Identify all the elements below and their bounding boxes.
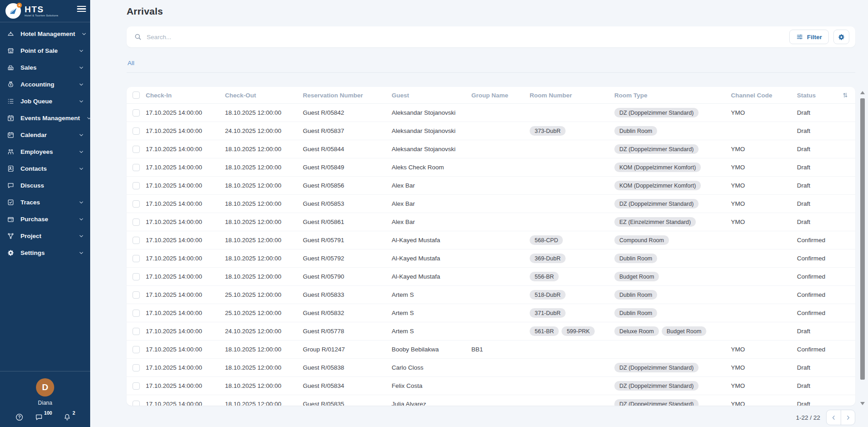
- row-checkbox[interactable]: [133, 401, 140, 406]
- sidebar-item-contacts[interactable]: Contacts: [0, 160, 90, 177]
- column-header-channel-code[interactable]: Channel Code: [731, 92, 797, 99]
- scrollbar-thumb[interactable]: [860, 98, 865, 380]
- sidebar-item-traces[interactable]: Traces: [0, 194, 90, 211]
- cell-channel-code: YMO: [731, 109, 797, 116]
- room-number-pill: 373-DubR: [530, 126, 566, 136]
- sidebar-item-job-queue[interactable]: Job Queue: [0, 93, 90, 110]
- table-row[interactable]: 17.10.2025 14:00:0024.10.2025 12:00:00Gu…: [127, 122, 855, 140]
- row-checkbox[interactable]: [133, 109, 140, 117]
- row-checkbox[interactable]: [133, 200, 140, 208]
- table-row[interactable]: 17.10.2025 14:00:0018.10.2025 12:00:00Gu…: [127, 195, 855, 213]
- table-scrollbar[interactable]: [860, 91, 865, 405]
- cell-status: Draft: [797, 146, 837, 152]
- column-header-group-name[interactable]: Group Name: [471, 92, 530, 99]
- row-checkbox[interactable]: [133, 291, 140, 299]
- cell-channel-code: YMO: [731, 182, 797, 189]
- sidebar-item-purchase[interactable]: Purchase: [0, 211, 90, 228]
- column-settings-icon[interactable]: [837, 92, 855, 99]
- row-checkbox[interactable]: [133, 382, 140, 390]
- logo-plus-badge: +: [17, 3, 22, 8]
- list-icon: [6, 97, 15, 106]
- cell-check-in: 17.10.2025 14:00:00: [146, 182, 225, 189]
- table-row[interactable]: 17.10.2025 14:00:0018.10.2025 12:00:00Gu…: [127, 268, 855, 286]
- sidebar-item-discuss[interactable]: Discuss: [0, 177, 90, 194]
- table-row[interactable]: 17.10.2025 14:00:0024.10.2025 12:00:00Gu…: [127, 322, 855, 341]
- main-content: Arrivals Filter All Check-In C: [90, 0, 868, 427]
- cell-status: Draft: [797, 109, 837, 116]
- select-all-checkbox[interactable]: [133, 92, 140, 99]
- sidebar-item-label: Sales: [20, 64, 72, 71]
- table-row[interactable]: 17.10.2025 14:00:0025.10.2025 12:00:00Gu…: [127, 286, 855, 304]
- contact-card-icon: [6, 165, 15, 173]
- sidebar-item-hotel-management[interactable]: Hotel Management: [0, 25, 90, 42]
- table-row[interactable]: 17.10.2025 14:00:0018.10.2025 12:00:00Gu…: [127, 249, 855, 268]
- scroll-down-icon[interactable]: [860, 402, 865, 405]
- sidebar-item-label: Settings: [20, 249, 72, 256]
- row-checkbox[interactable]: [133, 146, 140, 153]
- table-row[interactable]: 17.10.2025 14:00:0018.10.2025 12:00:00Gr…: [127, 341, 855, 359]
- sidebar-item-calendar[interactable]: Calendar: [0, 127, 90, 143]
- row-checkbox[interactable]: [133, 273, 140, 280]
- sidebar-item-label: Traces: [20, 199, 72, 206]
- cell-room-type: DZ (Doppelzimmer Standard): [614, 199, 731, 208]
- settings-gear-button[interactable]: [833, 30, 849, 44]
- cell-room-type: Compound Room: [614, 235, 731, 245]
- room-type-pill: DZ (Doppelzimmer Standard): [614, 144, 699, 154]
- column-header-room-number[interactable]: Room Number: [530, 92, 614, 99]
- sidebar-item-point-of-sale[interactable]: Point of Sale: [0, 42, 90, 59]
- sidebar-item-settings[interactable]: Settings: [0, 244, 90, 261]
- sidebar-item-accounting[interactable]: $Accounting: [0, 76, 90, 93]
- row-checkbox[interactable]: [133, 219, 140, 226]
- sidebar-item-sales[interactable]: Sales: [0, 59, 90, 76]
- column-header-room-type[interactable]: Room Type: [614, 92, 731, 99]
- tab-all[interactable]: All: [127, 60, 135, 72]
- row-checkbox[interactable]: [133, 364, 140, 371]
- row-checkbox[interactable]: [133, 346, 140, 353]
- scroll-up-icon[interactable]: [860, 91, 865, 94]
- column-header-guest[interactable]: Guest: [392, 92, 471, 99]
- sidebar: + HTS Hotel & Tourism Solutions Hotel Ma…: [0, 0, 90, 427]
- table-row[interactable]: 17.10.2025 14:00:0018.10.2025 12:00:00Gu…: [127, 213, 855, 231]
- table-row[interactable]: 17.10.2025 14:00:0018.10.2025 12:00:00Gu…: [127, 177, 855, 195]
- filter-button[interactable]: Filter: [789, 30, 829, 44]
- sidebar-item-events-management[interactable]: Events Management: [0, 110, 90, 127]
- help-icon[interactable]: [15, 413, 24, 422]
- table-row[interactable]: 17.10.2025 14:00:0018.10.2025 12:00:00Gu…: [127, 140, 855, 158]
- table-row[interactable]: 17.10.2025 14:00:0018.10.2025 12:00:00Gu…: [127, 395, 855, 406]
- hamburger-menu-icon[interactable]: [77, 5, 86, 13]
- column-header-check-out[interactable]: Check-Out: [225, 92, 303, 99]
- row-checkbox[interactable]: [133, 328, 140, 335]
- cell-guest: Artem S: [392, 310, 471, 316]
- notifications-badge: 2: [72, 410, 75, 419]
- column-header-check-in[interactable]: Check-In: [146, 92, 225, 99]
- row-checkbox[interactable]: [133, 237, 140, 244]
- search-toolbar: Filter: [127, 26, 855, 47]
- sidebar-item-employees[interactable]: Employees: [0, 143, 90, 160]
- row-checkbox[interactable]: [133, 127, 140, 135]
- logo-title: HTS: [25, 5, 58, 14]
- row-checkbox[interactable]: [133, 164, 140, 171]
- avatar[interactable]: D: [36, 378, 54, 396]
- row-checkbox[interactable]: [133, 255, 140, 262]
- next-page-button[interactable]: [841, 410, 855, 425]
- messages-icon[interactable]: 100: [35, 413, 52, 422]
- table-row[interactable]: 17.10.2025 14:00:0025.10.2025 12:00:00Gu…: [127, 304, 855, 322]
- arrivals-table: Check-In Check-Out Reservation Number Gu…: [127, 87, 855, 406]
- previous-page-button[interactable]: [827, 410, 841, 425]
- cell-channel-code: YMO: [731, 146, 797, 152]
- filter-button-label: Filter: [807, 34, 822, 41]
- table-row[interactable]: 17.10.2025 14:00:0018.10.2025 12:00:00Gu…: [127, 231, 855, 249]
- table-row[interactable]: 17.10.2025 14:00:0018.10.2025 12:00:00Gu…: [127, 377, 855, 395]
- column-header-status[interactable]: Status: [797, 92, 837, 99]
- cell-room-type: Deluxe RoomBudget Room: [614, 326, 731, 336]
- row-checkbox[interactable]: [133, 310, 140, 317]
- table-row[interactable]: 17.10.2025 14:00:0018.10.2025 12:00:00Gu…: [127, 104, 855, 122]
- notifications-bell-icon[interactable]: 2: [63, 413, 75, 422]
- cell-status: Confirmed: [797, 255, 837, 262]
- sidebar-item-project[interactable]: Project: [0, 228, 90, 244]
- column-header-reservation-number[interactable]: Reservation Number: [303, 92, 392, 99]
- table-row[interactable]: 17.10.2025 14:00:0018.10.2025 12:00:00Gu…: [127, 359, 855, 377]
- search-input[interactable]: [147, 34, 789, 41]
- table-row[interactable]: 17.10.2025 14:00:0018.10.2025 12:00:00Gu…: [127, 158, 855, 177]
- row-checkbox[interactable]: [133, 182, 140, 189]
